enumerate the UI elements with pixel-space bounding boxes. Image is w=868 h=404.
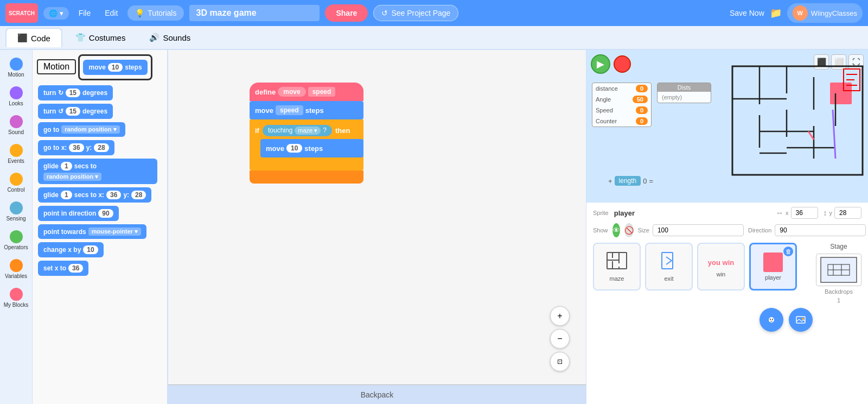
sensing-dot	[10, 201, 23, 214]
sidebar-item-myblocks[interactable]: My Blocks	[2, 285, 31, 311]
show-visible-button[interactable]: 👁	[612, 223, 620, 237]
svg-point-35	[802, 318, 804, 320]
user-menu[interactable]: W WiingyClasses	[787, 3, 863, 23]
glide-to-xy-block[interactable]: glide 1 secs to x: 36 y: 28	[38, 187, 151, 203]
edit-menu[interactable]: Edit	[100, 7, 122, 20]
sidebar-item-sensing[interactable]: Sensing	[2, 198, 31, 225]
sidebar-label-sound: Sound	[8, 129, 24, 135]
sidebar-label-myblocks: My Blocks	[4, 302, 29, 308]
lightbulb-icon: 💡	[135, 9, 144, 17]
tab-costumes[interactable]: 👕 Costumes	[65, 28, 137, 47]
sprite-thumb-win[interactable]: you win win	[697, 243, 745, 291]
sidebar-item-variables[interactable]: Variables	[2, 256, 31, 282]
move-steps-block[interactable]: move 10 steps	[83, 60, 147, 75]
sprites-stage-row: maze exit	[593, 243, 861, 304]
define-block[interactable]: define move speed	[250, 83, 363, 101]
point-direction-block[interactable]: point in direction 90	[38, 206, 119, 221]
backdrops-label: Backdrops	[825, 288, 853, 295]
add-backdrop-button[interactable]	[789, 308, 813, 332]
category-header: Motion	[37, 59, 76, 74]
user-name: WiingyClasses	[811, 9, 857, 17]
tab-sounds[interactable]: 🔊 Sounds	[138, 28, 201, 47]
x-input[interactable]	[791, 207, 818, 219]
green-flag-button[interactable]: ▶	[591, 54, 610, 74]
angle-value: 50	[633, 96, 648, 103]
stop-button[interactable]	[614, 55, 631, 73]
sidebar-label-variables: Variables	[5, 273, 27, 279]
variables-monitor: distance 0 Angle 50 Speed 0 Counter 0	[592, 83, 652, 127]
sidebar-item-operators[interactable]: Operators	[2, 227, 31, 254]
zoom-in-button[interactable]: +	[550, 306, 570, 326]
sidebar-item-looks[interactable]: Looks	[2, 83, 31, 110]
motion-block-highlight: move 10 steps	[78, 54, 152, 80]
show-row: Show 👁 🚫 Size Direction	[593, 223, 861, 237]
turn-ccw-block[interactable]: turn ↺ 15 degrees	[38, 104, 113, 119]
glide-to-block[interactable]: glide 1 secs to random position ▾	[38, 159, 157, 184]
sidebar-item-motion[interactable]: Motion	[2, 54, 31, 81]
share-button[interactable]: Share	[325, 4, 368, 22]
direction-input[interactable]	[775, 224, 866, 236]
size-input[interactable]	[653, 224, 744, 236]
y-label: y	[829, 210, 833, 216]
touching-condition[interactable]: touching maze ▾ ?	[263, 125, 332, 136]
file-menu[interactable]: File	[74, 7, 95, 20]
angle-label: Angle	[596, 96, 611, 103]
sprite-thumb-maze[interactable]: maze	[593, 243, 641, 291]
sprite-thumb-exit[interactable]: exit	[645, 243, 693, 291]
add-buttons	[593, 308, 861, 332]
maze-graphic	[727, 61, 868, 180]
zoom-out-button[interactable]: −	[550, 329, 570, 349]
x-label: x	[786, 210, 789, 216]
backpack-bar[interactable]: Backpack	[168, 384, 586, 404]
scratch-logo[interactable]: SCRATCH	[5, 3, 38, 23]
size-label: Size	[638, 227, 649, 233]
set-x-block[interactable]: set x to 36	[38, 261, 88, 276]
save-now-button[interactable]: Save Now	[730, 9, 764, 17]
delete-badge[interactable]: 🗑	[783, 247, 793, 256]
see-project-button[interactable]: ↺ See Project Page	[373, 5, 458, 21]
distance-label: distance	[596, 85, 618, 92]
category-sidebar: Motion Looks Sound Events Control Sensin…	[0, 50, 33, 404]
turn-cw-block[interactable]: turn ↻ 15 degrees	[38, 85, 113, 100]
win-sprite-name: win	[717, 271, 726, 277]
counter-value: 0	[636, 117, 648, 125]
if-block[interactable]: if touching maze ▾ ? then move 10 steps	[250, 119, 363, 171]
sidebar-item-control[interactable]: Control	[2, 169, 31, 196]
go-to-block[interactable]: go to random position ▾	[38, 122, 125, 137]
tab-code[interactable]: ⬛ Code	[5, 28, 62, 47]
y-coord-group: ↕ y	[824, 207, 862, 219]
sidebar-item-sound[interactable]: Sound	[2, 112, 31, 138]
inner-move-block[interactable]: move 10 steps	[260, 139, 363, 157]
show-hidden-button[interactable]: 🚫	[624, 223, 634, 237]
length-label: length	[615, 176, 641, 186]
control-dot	[10, 173, 23, 186]
top-navigation: SCRATCH 🌐 ▾ File Edit 💡 Tutorials Share …	[0, 0, 868, 26]
move-speed-block[interactable]: move speed steps	[250, 101, 363, 119]
sidebar-label-control: Control	[7, 187, 24, 193]
sprite-thumb-player[interactable]: 🗑 player	[749, 243, 797, 291]
point-towards-block[interactable]: point towards mouse-pointer ▾	[38, 224, 146, 239]
direction-label: Direction	[748, 227, 771, 233]
sidebar-label-events: Events	[8, 158, 24, 164]
distance-value: 0	[636, 85, 648, 92]
language-button[interactable]: 🌐 ▾	[43, 7, 69, 20]
sidebar-label-operators: Operators	[4, 244, 28, 250]
direction-group: Direction	[748, 224, 866, 236]
sidebar-item-events[interactable]: Events	[2, 141, 31, 167]
go-to-xy-block[interactable]: go to x: 36 y: 28	[38, 140, 114, 155]
change-x-block[interactable]: change x by 10	[38, 242, 104, 257]
folder-icon[interactable]: 📁	[770, 7, 782, 19]
y-input[interactable]	[834, 207, 861, 219]
project-title-input[interactable]	[189, 5, 320, 21]
blocks-panel: Motion move 10 steps turn ↻ 15 degrees t…	[33, 50, 168, 404]
sprite-panel: Sprite player ↔ x ↕ y Show 👁 🚫	[586, 202, 868, 404]
backdrops-count: 1	[837, 297, 840, 304]
fit-button[interactable]: ⊡	[550, 352, 570, 371]
sidebar-label-motion: Motion	[8, 72, 24, 78]
sidebar-label-sensing: Sensing	[6, 216, 25, 222]
tutorials-button[interactable]: 💡 Tutorials	[127, 5, 184, 21]
sprite-label: Sprite	[593, 210, 609, 216]
x-axis-icon: ↔	[776, 209, 783, 217]
add-sprite-button[interactable]	[760, 308, 783, 332]
player-sprite-name: player	[765, 274, 781, 281]
